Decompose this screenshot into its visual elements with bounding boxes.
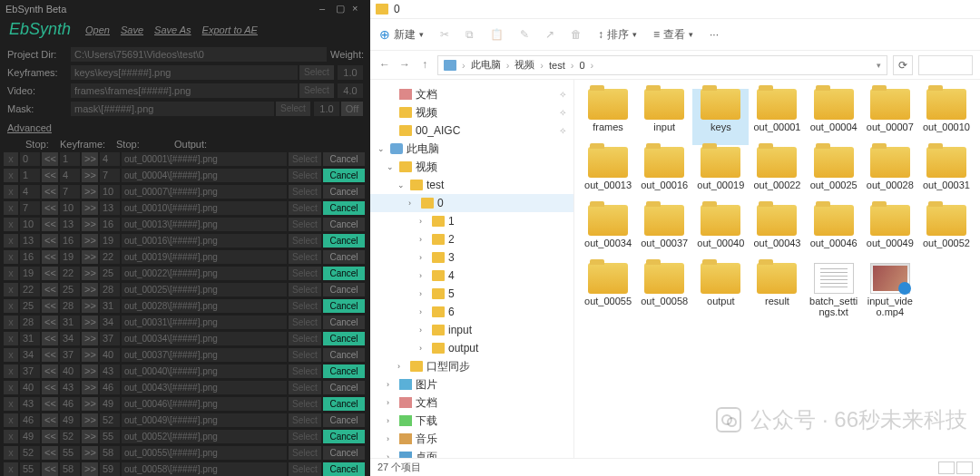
row-delete[interactable]: x — [4, 234, 18, 248]
tree-node[interactable]: ›input — [370, 321, 573, 339]
output-input[interactable]: out_00010\[#####].png — [122, 201, 287, 215]
keyframes-select[interactable]: Select — [299, 65, 334, 80]
arrow-left-icon[interactable]: << — [42, 381, 58, 394]
file-item[interactable]: out_00007 — [862, 89, 918, 145]
arrow-left-icon[interactable]: << — [42, 299, 58, 313]
stop2-input[interactable]: 52 — [100, 413, 120, 427]
arrow-right-icon[interactable]: >> — [82, 152, 98, 166]
more-button[interactable]: ··· — [710, 28, 719, 41]
keyframe-input[interactable]: 37 — [60, 348, 80, 362]
row-cancel[interactable]: Cancel — [323, 316, 365, 329]
caret-icon[interactable]: › — [419, 217, 428, 226]
row-cancel[interactable]: Cancel — [323, 250, 365, 264]
stop2-input[interactable]: 58 — [100, 446, 120, 460]
pin-icon[interactable]: ⟡ — [560, 125, 566, 136]
file-item[interactable]: out_00034 — [580, 205, 636, 261]
arrow-left-icon[interactable]: << — [42, 267, 58, 280]
caret-icon[interactable]: › — [419, 307, 428, 316]
mask-weight[interactable]: 1.0 — [314, 102, 339, 116]
file-item[interactable]: result — [749, 263, 805, 319]
row-select[interactable]: Select — [289, 413, 321, 427]
tree-node[interactable]: ›下载 — [370, 412, 573, 430]
arrow-left-icon[interactable]: << — [42, 218, 58, 231]
file-item[interactable]: input — [636, 89, 692, 145]
stop2-input[interactable]: 22 — [100, 250, 120, 264]
arrow-left-icon[interactable]: << — [42, 283, 58, 296]
nav-up-icon[interactable]: ↑ — [417, 58, 432, 73]
mask-onoff[interactable]: Off — [341, 102, 363, 116]
arrow-right-icon[interactable]: >> — [82, 185, 98, 199]
arrow-left-icon[interactable]: << — [42, 332, 58, 345]
stop1-input[interactable]: 31 — [20, 332, 40, 345]
stop2-input[interactable]: 13 — [100, 201, 120, 215]
keyframe-input[interactable]: 13 — [60, 218, 80, 231]
stop2-input[interactable]: 49 — [100, 397, 120, 411]
row-cancel[interactable]: Cancel — [323, 381, 365, 394]
arrow-left-icon[interactable]: << — [42, 234, 58, 248]
arrow-right-icon[interactable]: >> — [82, 316, 98, 329]
keyframe-input[interactable]: 34 — [60, 332, 80, 345]
keyframe-input[interactable]: 10 — [60, 201, 80, 215]
stop1-input[interactable]: 7 — [20, 201, 40, 215]
rename-icon[interactable]: ✎ — [520, 28, 529, 41]
stop1-input[interactable]: 55 — [20, 462, 40, 476]
keyframe-input[interactable]: 19 — [60, 250, 80, 264]
arrow-right-icon[interactable]: >> — [82, 201, 98, 215]
arrow-right-icon[interactable]: >> — [82, 332, 98, 345]
menu-export[interactable]: Export to AE — [202, 24, 258, 35]
row-cancel[interactable]: Cancel — [323, 348, 365, 362]
paste-icon[interactable]: 📋 — [490, 28, 504, 41]
file-item[interactable]: out_00055 — [580, 263, 636, 319]
caret-icon[interactable]: ⌄ — [377, 144, 387, 153]
row-delete[interactable]: x — [4, 299, 18, 313]
caret-icon[interactable]: › — [419, 271, 428, 280]
row-delete[interactable]: x — [4, 397, 18, 411]
arrow-right-icon[interactable]: >> — [82, 218, 98, 231]
arrow-left-icon[interactable]: << — [42, 169, 58, 182]
arrow-left-icon[interactable]: << — [42, 364, 58, 378]
arrow-left-icon[interactable]: << — [42, 348, 58, 362]
output-input[interactable]: out_00049\[#####].png — [122, 413, 287, 427]
stop2-input[interactable]: 31 — [100, 299, 120, 313]
pin-icon[interactable]: ⟡ — [560, 107, 566, 118]
stop1-input[interactable]: 52 — [20, 446, 40, 460]
keyframe-input[interactable]: 58 — [60, 462, 80, 476]
stop2-input[interactable]: 40 — [100, 348, 120, 362]
row-select[interactable]: Select — [289, 381, 321, 394]
row-select[interactable]: Select — [289, 332, 321, 345]
row-delete[interactable]: x — [4, 152, 18, 166]
tree-node[interactable]: 00_AIGC⟡ — [370, 121, 573, 140]
keyframe-input[interactable]: 43 — [60, 381, 80, 394]
caret-icon[interactable]: ⌄ — [387, 162, 396, 171]
keyframe-input[interactable]: 7 — [60, 185, 80, 199]
tree-node[interactable]: ›音乐 — [370, 430, 573, 448]
file-item[interactable]: out_00025 — [806, 147, 862, 203]
stop1-input[interactable]: 37 — [20, 364, 40, 378]
file-item[interactable]: out_00040 — [692, 205, 749, 261]
stop1-input[interactable]: 49 — [20, 430, 40, 443]
row-cancel[interactable]: Cancel — [323, 218, 365, 231]
arrow-left-icon[interactable]: << — [42, 185, 58, 199]
stop2-input[interactable]: 7 — [100, 169, 120, 182]
crumb-2[interactable]: test — [549, 60, 565, 71]
output-input[interactable]: out_00058\[#####].png — [122, 462, 287, 476]
tree-node[interactable]: ›口型同步 — [370, 357, 573, 375]
stop1-input[interactable]: 34 — [20, 348, 40, 362]
row-delete[interactable]: x — [4, 430, 18, 443]
stop1-input[interactable]: 1 — [20, 169, 40, 182]
stop2-input[interactable]: 10 — [100, 185, 120, 199]
keyframe-input[interactable]: 55 — [60, 446, 80, 460]
tree-node[interactable]: ›图片 — [370, 375, 573, 393]
arrow-right-icon[interactable]: >> — [82, 381, 98, 394]
arrow-right-icon[interactable]: >> — [82, 413, 98, 427]
close-icon[interactable]: × — [352, 3, 365, 15]
stop2-input[interactable]: 55 — [100, 430, 120, 443]
tree-node[interactable]: ›1 — [370, 212, 573, 230]
row-select[interactable]: Select — [289, 299, 321, 313]
file-item[interactable]: out_00037 — [636, 205, 692, 261]
arrow-right-icon[interactable]: >> — [82, 267, 98, 280]
file-item[interactable]: batch_settings.txt — [806, 263, 862, 319]
caret-icon[interactable]: › — [419, 344, 428, 353]
row-cancel[interactable]: Cancel — [323, 446, 365, 460]
file-item[interactable]: out_00019 — [692, 147, 749, 203]
